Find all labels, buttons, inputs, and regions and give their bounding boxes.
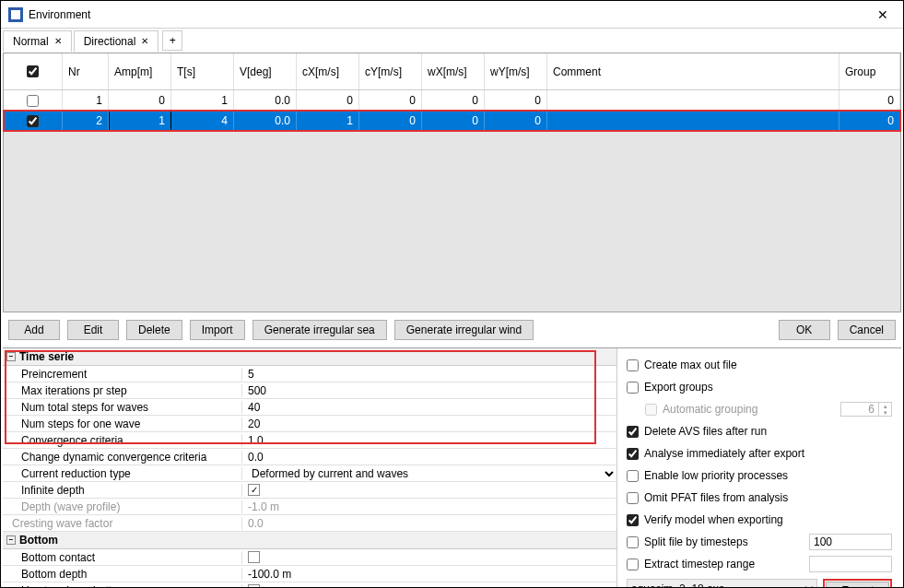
prop-value[interactable]: 5 [242,368,616,381]
table-row[interactable]: 1 0 1 0.0 0 0 0 0 0 [4,90,900,111]
chk-delete-avs[interactable]: Delete AVS files after run [627,422,892,441]
window-close-button[interactable]: ✕ [870,4,896,26]
cell-wy[interactable]: 0 [485,90,547,111]
prop-value[interactable]: 40 [242,401,616,414]
cell-group[interactable]: 0 [839,90,900,111]
cell-amp[interactable]: 0 [109,90,171,111]
prop-value[interactable]: 0.0 [242,451,616,464]
cell-wx[interactable]: 0 [422,90,485,111]
properties-panel[interactable]: − Time serie Preincrement5 Max iteration… [3,348,617,588]
prop-row: Convergence criteria1.0 [3,432,616,449]
chk-create-max[interactable]: Create max out file [627,356,892,374]
header-ts[interactable]: T[s] [171,53,234,89]
header-nr[interactable]: Nr [63,53,109,89]
terrain-checkbox[interactable] [248,584,260,588]
header-checkbox[interactable] [27,65,39,77]
cell-group[interactable]: 0 [839,111,900,131]
grid-header-row: Nr Amp[m] T[s] V[deg] cX[m/s] cY[m/s] wX… [4,53,900,90]
cancel-button[interactable]: Cancel [838,320,896,340]
delete-button[interactable]: Delete [126,320,182,340]
group-bottom[interactable]: − Bottom [3,532,616,549]
chk-verify-model[interactable]: Verify model when exporting [627,511,892,529]
prop-value[interactable]: ✓ [242,484,616,496]
tab-normal[interactable]: Normal ✕ [3,30,72,52]
chk-analyse-after[interactable]: Analyse immediately after export [627,444,892,463]
bottom-contact-checkbox[interactable] [248,551,260,563]
cell-wy[interactable]: 0 [485,111,547,131]
ok-button[interactable]: OK [779,320,830,340]
edit-button[interactable]: Edit [67,320,119,340]
cell-cx[interactable]: 1 [297,111,359,131]
tab-add-button[interactable]: + [162,30,182,51]
cell-vdeg[interactable]: 0.0 [234,111,297,131]
app-icon [8,7,23,22]
cell-ts[interactable]: 1 [171,90,234,111]
cell-nr[interactable]: 2 [63,111,109,131]
header-comment[interactable]: Comment [547,53,839,89]
table-row[interactable]: 2 1 4 0.0 1 0 0 0 0 [4,111,900,131]
generate-sea-button[interactable]: Generate irregular sea [252,320,387,340]
import-button[interactable]: Import [190,320,245,340]
prop-value[interactable]: -100.0 m [242,568,616,581]
collapse-icon[interactable]: − [6,535,16,545]
header-amp[interactable]: Amp[m] [109,53,171,89]
prop-value[interactable]: 1.0 [242,434,616,447]
tab-close-icon[interactable]: ✕ [54,36,62,46]
cell-cx[interactable]: 0 [297,90,359,111]
cell-cy[interactable]: 0 [359,111,422,131]
export-button[interactable]: Export [826,582,889,588]
row-checkbox[interactable] [27,115,39,127]
prop-value[interactable]: Deformed by current and waves [242,466,616,481]
cell-nr[interactable]: 1 [63,90,109,111]
header-check[interactable] [4,53,63,89]
titlebar: Environment ✕ [1,1,903,29]
prop-label: Num total steps for waves [3,401,242,414]
grid-area: Nr Amp[m] T[s] V[deg] cX[m/s] cY[m/s] wX… [3,53,901,312]
grid-body: 1 0 1 0.0 0 0 0 0 0 2 1 4 0.0 1 0 0 0 [4,90,900,312]
split-timesteps-input[interactable] [809,534,892,550]
tab-bar: Normal ✕ Directional ✕ + [1,29,903,53]
prop-label: Convergence criteria [3,434,242,447]
header-cx[interactable]: cX[m/s] [297,53,359,89]
prop-value[interactable]: 500 [242,384,616,397]
header-wx[interactable]: wX[m/s] [422,53,485,89]
reduction-type-select[interactable]: Deformed by current and waves [248,466,616,481]
chk-export-groups[interactable]: Export groups [627,378,892,396]
cell-comment[interactable] [547,90,839,111]
chk-omit-pfat[interactable]: Omit PFAT files from analysis [627,488,892,507]
chk-extract-range[interactable]: Extract timestep range [627,555,892,573]
header-wy[interactable]: wY[m/s] [485,53,547,89]
group-time-serie[interactable]: − Time serie [3,348,616,366]
chk-low-priority[interactable]: Enable low priority processes [627,466,892,485]
prop-label: Bottom depth [3,568,242,581]
collapse-icon[interactable]: − [6,352,16,361]
add-button[interactable]: Add [8,320,60,340]
cell-amp-editing[interactable]: 1 [109,111,171,131]
header-cy[interactable]: cY[m/s] [359,53,422,89]
header-group[interactable]: Group [839,53,900,89]
cell-vdeg[interactable]: 0.0 [234,90,297,111]
generate-wind-button[interactable]: Generate irregular wind [394,320,534,340]
prop-row: Num steps for one wave20 [3,416,616,432]
prop-value[interactable] [242,584,616,588]
prop-value[interactable] [242,551,616,563]
header-vdeg[interactable]: V[deg] [234,53,297,89]
cell-ts[interactable]: 4 [171,111,234,131]
prop-row: Num total steps for waves40 [3,399,616,416]
tab-close-icon[interactable]: ✕ [141,36,148,46]
exe-select[interactable]: aquasim_2_18.exe [627,579,817,588]
chk-auto-grouping: Automatic grouping6▴▾ [627,400,892,418]
export-options-panel: Create max out file Export groups Automa… [617,348,901,588]
chk-split-timesteps[interactable]: Split file by timesteps [627,533,892,551]
row-checkbox[interactable] [27,95,39,107]
cell-comment[interactable] [547,111,839,131]
tab-label: Directional [84,35,136,48]
prop-value[interactable]: 20 [242,417,616,430]
prop-label: Num steps for one wave [3,417,242,430]
infinite-depth-checkbox[interactable]: ✓ [248,484,260,496]
cell-wx[interactable]: 0 [422,111,485,131]
tab-label: Normal [13,35,49,48]
cell-cy[interactable]: 0 [359,90,422,111]
tab-directional[interactable]: Directional ✕ [74,30,159,52]
extract-range-input[interactable] [809,556,892,572]
